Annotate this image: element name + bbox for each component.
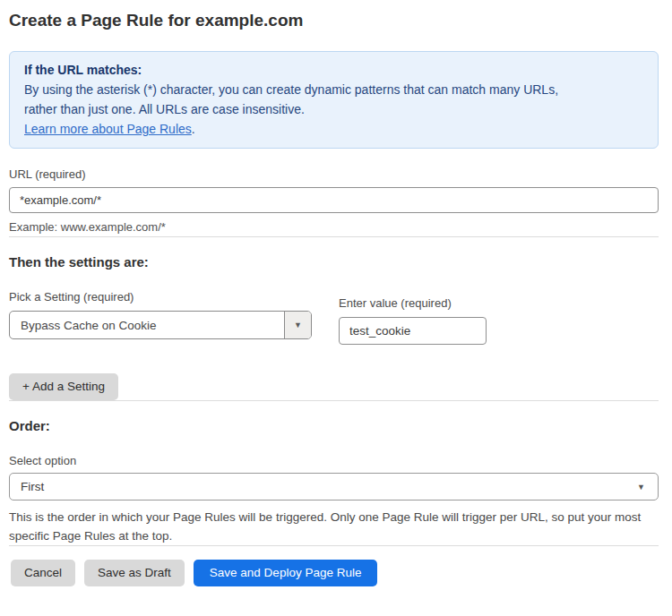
url-match-info-box: If the URL matches: By using the asteris… [9,51,659,149]
info-box-body-line-2: rather than just one. All URLs are case … [24,99,643,119]
create-page-rule-form: Create a Page Rule for example.com If th… [0,0,672,616]
setting-value-label: Enter value (required) [339,296,487,310]
setting-select[interactable]: Bypass Cache on Cookie ▼ [9,311,312,339]
setting-picker-label: Pick a Setting (required) [9,290,312,304]
order-select-value: First [21,480,44,493]
save-as-draft-button[interactable]: Save as Draft [84,560,185,586]
order-select-label: Select option [9,454,659,467]
order-select[interactable]: First ▼ [9,473,659,500]
divider [9,236,659,237]
divider [9,400,659,401]
info-box-body-line-1: By using the asterisk (*) character, you… [24,80,643,99]
order-help-text: This is the order in which your Page Rul… [9,508,650,545]
settings-row: Pick a Setting (required) Bypass Cache o… [9,290,659,345]
url-example-text: Example: www.example.com/* [9,218,659,236]
form-actions: Cancel Save as Draft Save and Deploy Pag… [9,560,659,586]
cancel-button[interactable]: Cancel [11,560,75,586]
caret-down-icon: ▼ [294,321,302,329]
setting-select-dropdown-button[interactable]: ▼ [284,312,311,338]
save-and-deploy-button[interactable]: Save and Deploy Page Rule [194,560,378,586]
setting-value-input[interactable] [339,317,487,345]
learn-more-link[interactable]: Learn more about Page Rules [24,122,192,136]
divider [9,545,659,546]
caret-down-icon: ▼ [637,483,645,492]
add-setting-button[interactable]: + Add a Setting [9,373,118,400]
setting-select-value: Bypass Cache on Cookie [10,312,284,338]
order-section-heading: Order: [9,418,659,433]
page-title: Create a Page Rule for example.com [9,11,659,30]
url-input[interactable] [9,187,659,213]
setting-picker-column: Pick a Setting (required) Bypass Cache o… [9,290,312,339]
settings-section-heading: Then the settings are: [9,254,659,270]
url-field-label: URL (required) [9,167,659,181]
setting-value-column: Enter value (required) [339,296,487,345]
info-box-heading: If the URL matches: [24,60,643,80]
info-box-link-line: Learn more about Page Rules. [24,119,643,139]
link-suffix: . [192,122,195,136]
